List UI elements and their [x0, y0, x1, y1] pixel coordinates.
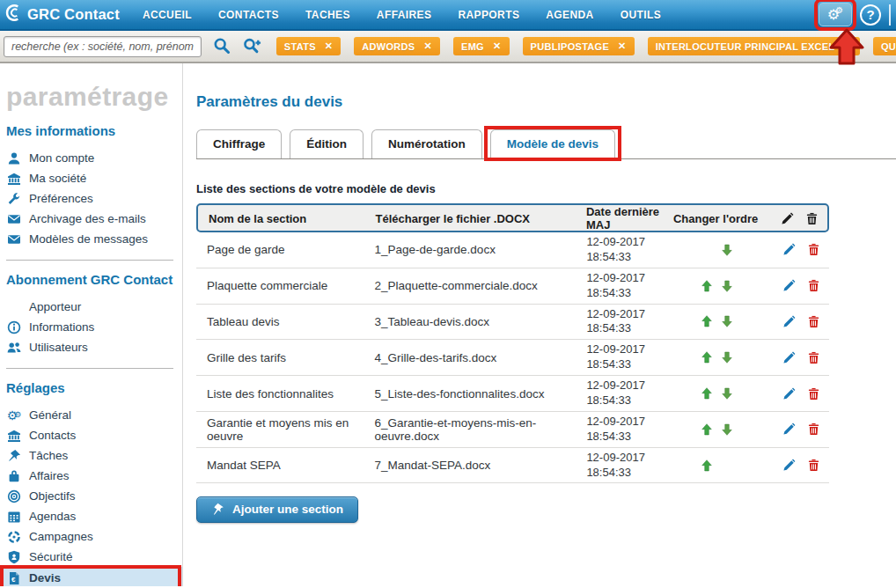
sections-table: Nom de la section Télécharger le fichier…: [196, 203, 829, 483]
delete-button[interactable]: [807, 423, 820, 436]
delete-button[interactable]: [807, 279, 820, 292]
delete-button[interactable]: [807, 243, 820, 256]
sidebar-item-contacts[interactable]: Contacts: [0, 425, 182, 445]
settings-button[interactable]: ⚙⚙: [819, 3, 852, 26]
sidebar-item-general[interactable]: ⚙⚙Général: [0, 405, 182, 425]
sidebar-item-modeles-de-messages[interactable]: Modèles de messages: [0, 229, 182, 249]
download-docx-link[interactable]: 7_Mandat-SEPA.docx: [364, 459, 577, 472]
sidebar-item-affaires[interactable]: Affaires: [0, 466, 182, 486]
sidebar-item-utilisateurs[interactable]: Utilisateurs: [0, 337, 182, 357]
sidebar-item-archivage-des-e-mails[interactable]: Archivage des e-mails: [0, 209, 182, 229]
close-icon[interactable]: ✕: [843, 40, 852, 52]
sidebar-item-taches[interactable]: Tâches: [0, 445, 182, 466]
update-time: 18:54:33: [586, 466, 667, 481]
row-actions-cell: [766, 387, 829, 401]
delete-button[interactable]: [807, 315, 820, 328]
help-button[interactable]: ?: [860, 4, 881, 26]
arrow-up-icon[interactable]: [701, 459, 713, 473]
download-docx-link[interactable]: 2_Plaquette-commerciale.docx: [364, 279, 577, 292]
sidebar-heading-mes-informations: Mes informations: [6, 123, 182, 138]
tab-edition[interactable]: Édition: [290, 129, 364, 158]
download-docx-link[interactable]: 4_Grille-des-tarifs.docx: [364, 351, 577, 364]
close-icon[interactable]: ✕: [493, 40, 502, 52]
sidebar-item-preferences[interactable]: Préférences: [0, 188, 182, 209]
update-time: 18:54:33: [586, 321, 667, 336]
arrow-down-icon[interactable]: [721, 243, 733, 257]
filter-tag-label: ADWORDS: [362, 41, 415, 52]
edit-button[interactable]: [782, 315, 796, 328]
download-docx-link[interactable]: 1_Page-de-garde.docx: [364, 243, 577, 256]
menu-item-taches[interactable]: TACHES: [305, 9, 350, 21]
menu-item-affaires[interactable]: AFFAIRES: [377, 9, 432, 21]
arrow-down-icon[interactable]: [721, 350, 733, 364]
edit-button[interactable]: [782, 351, 796, 364]
list-title: Liste des sections de votre modèle de de…: [196, 182, 896, 195]
sidebar-item-informations[interactable]: Informations: [0, 317, 182, 337]
edit-button[interactable]: [782, 387, 796, 401]
search-plus-icon[interactable]: [243, 37, 261, 55]
close-icon[interactable]: ✕: [325, 40, 334, 52]
sidebar-item-devis[interactable]: €Devis: [0, 567, 182, 586]
update-time: 18:54:33: [586, 250, 667, 265]
download-docx-link[interactable]: 3_Tableau-devis.docx: [364, 315, 577, 328]
filter-tag-qualif[interactable]: QUALIF✕: [873, 37, 896, 55]
last-update-cell: 12-09-201718:54:33: [576, 271, 667, 301]
download-docx-link[interactable]: 6_Garantie-et-moyens-mis-en-oeuvre.docx: [364, 416, 577, 443]
section-name-cell: Garantie et moyens mis en oeuvre: [196, 416, 364, 443]
sidebar-item-campagnes[interactable]: Campagnes: [0, 526, 182, 547]
add-section-button[interactable]: Ajouter une section: [196, 496, 358, 523]
row-actions-cell: [766, 279, 829, 292]
row-actions-cell: [766, 315, 829, 328]
last-update-cell: 12-09-201718:54:33: [576, 342, 667, 372]
shield-icon: [6, 550, 22, 564]
column-header-order: Changer l'ordre: [667, 212, 765, 225]
delete-button[interactable]: [807, 351, 820, 364]
edit-button[interactable]: [782, 459, 796, 472]
arrow-down-icon[interactable]: [721, 279, 733, 293]
close-icon[interactable]: ✕: [618, 40, 627, 52]
delete-button[interactable]: [807, 459, 820, 472]
menu-item-contacts[interactable]: CONTACTS: [218, 9, 279, 21]
sidebar-item-agendas[interactable]: Agendas: [0, 506, 182, 526]
edit-button[interactable]: [782, 243, 796, 256]
search-input[interactable]: [4, 36, 202, 57]
arrow-up-icon[interactable]: [701, 314, 713, 328]
menu-item-accueil[interactable]: ACCUEIL: [143, 9, 192, 21]
filter-tag-emg[interactable]: EMG✕: [453, 37, 510, 55]
menu-item-outils[interactable]: OUTILS: [621, 9, 661, 21]
sidebar-item-ma-societe[interactable]: Ma société: [0, 168, 182, 188]
edit-button[interactable]: [782, 423, 796, 436]
tab-modele-de-devis[interactable]: Modèle de devis: [490, 129, 615, 158]
sidebar-item-mon-compte[interactable]: Mon compte: [0, 148, 182, 168]
download-docx-link[interactable]: 5_Liste-des-fonctionnalites.docx: [364, 387, 577, 401]
arrow-down-icon[interactable]: [721, 314, 733, 328]
arrow-up-icon[interactable]: [701, 279, 713, 293]
menu-item-rapports[interactable]: RAPPORTS: [458, 9, 519, 21]
arrow-up-icon[interactable]: [701, 386, 713, 401]
edit-button[interactable]: [782, 279, 796, 292]
filter-tag-stats[interactable]: STATS✕: [276, 37, 341, 55]
filter-tag-interlocuteur-principal-excel[interactable]: INTERLOCUTEUR PRINCIPAL EXCEL✕: [648, 37, 860, 55]
sidebar-item-securite[interactable]: Sécurité: [0, 547, 182, 567]
tab-chiffrage[interactable]: Chiffrage: [196, 129, 282, 158]
arrow-down-icon[interactable]: [721, 386, 733, 401]
last-update-cell: 12-09-201718:54:33: [576, 451, 667, 481]
close-icon[interactable]: ✕: [423, 40, 432, 52]
search-icon[interactable]: [213, 37, 231, 55]
bank-icon: [6, 429, 22, 443]
sidebar-item-apporteur[interactable]: Apporteur: [0, 297, 182, 317]
app-logo[interactable]: GRC Contact: [0, 3, 120, 26]
filter-tag-adwords[interactable]: ADWORDS✕: [354, 37, 440, 55]
sidebar-item-objectifs[interactable]: Objectifs: [0, 486, 182, 506]
menu-item-agenda[interactable]: AGENDA: [546, 9, 593, 21]
arrow-down-icon[interactable]: [721, 423, 733, 437]
last-update-cell: 12-09-201718:54:33: [576, 235, 667, 265]
arrow-up-icon[interactable]: [701, 350, 713, 364]
arrow-up-icon[interactable]: [701, 423, 713, 437]
sidebar-item-label: Objectifs: [29, 489, 76, 503]
filter-tag-publipostage[interactable]: PUBLIPOSTAGE✕: [523, 37, 635, 55]
tab-numerotation[interactable]: Numérotation: [371, 129, 482, 158]
svg-text:€: €: [11, 576, 16, 584]
column-header-actions: [764, 212, 827, 225]
delete-button[interactable]: [807, 387, 820, 401]
